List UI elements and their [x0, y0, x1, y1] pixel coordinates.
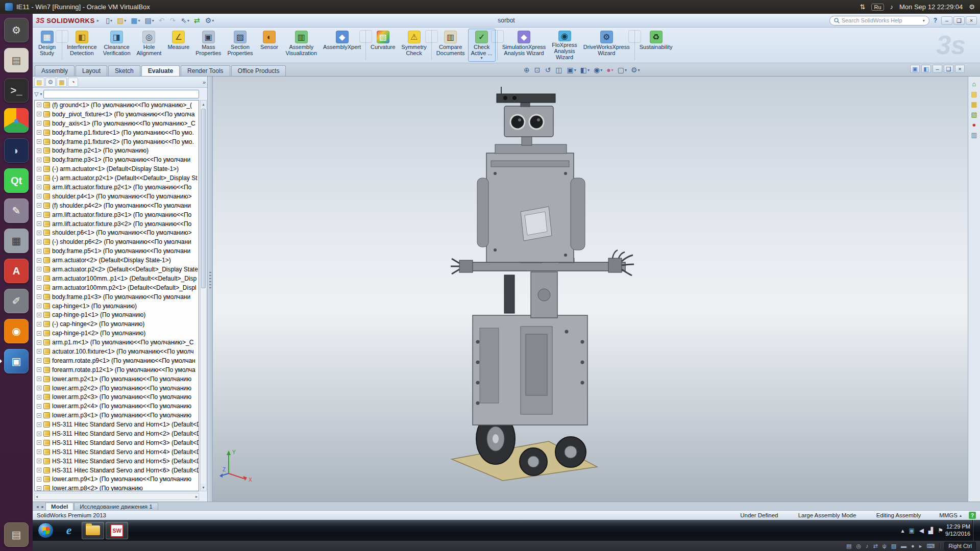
tree-item[interactable]: + (f) ground<1> (По умолчанию<<По умолча… — [35, 101, 199, 110]
dock-a-icon[interactable]: A — [4, 259, 29, 283]
tree-item[interactable]: + body.frame.p3<1> (По умолчанию<<По умо… — [35, 155, 199, 164]
tree-filter-input[interactable] — [43, 90, 199, 98]
tree-item[interactable]: + lower.arm.p2<1> (По умолчанию<<По умол… — [35, 374, 199, 384]
taskbar-clock[interactable]: 12:29 PM 9/12/2016 — [945, 523, 970, 538]
tree-item[interactable]: + arm.actuator<2> (Default<Display State… — [35, 256, 199, 265]
expand-icon[interactable]: + — [37, 349, 41, 354]
view-orientation-icon[interactable]: ▣ ▾ — [567, 66, 576, 74]
tree-item[interactable]: + lower.arm.p2<3> (По умолчанию<<По умол… — [35, 393, 199, 402]
expand-icon[interactable]: + — [37, 121, 41, 126]
ribbon-floxpress[interactable]: ◉ FloXpress Analysis Wizard — [549, 29, 580, 62]
ribbon-separator[interactable] — [365, 30, 366, 60]
dock-blender-icon[interactable]: ◉ — [4, 319, 29, 343]
dock-printer-icon[interactable]: ▤ — [4, 48, 29, 72]
tree-item[interactable]: + shoulder.p4<1> (По умолчанию<<По умолч… — [35, 192, 199, 201]
audio-icon[interactable]: ♪ — [866, 543, 869, 549]
expand-icon[interactable]: + — [37, 267, 41, 271]
expand-icon[interactable]: + — [37, 212, 41, 217]
scrollbar-thumb[interactable] — [201, 109, 206, 288]
tree-item[interactable]: + lower.arm.p9<1> (По умолчанию<<По умол… — [35, 475, 199, 484]
command-tab[interactable]: Office Products — [231, 65, 286, 76]
vbox-tray-icon[interactable]: ▣ — [909, 527, 914, 534]
show-desktop-button[interactable] — [972, 520, 978, 541]
session-menu-icon[interactable]: ⚙ — [969, 3, 975, 11]
command-tab[interactable]: Evaluate — [141, 65, 180, 76]
tree-item[interactable]: + body.frame.p1.fixture<2> (По умолчанию… — [35, 137, 199, 146]
tree-item[interactable]: + (-) arm.actuator.p2<1> (Default<<Defau… — [35, 173, 199, 183]
expand-icon[interactable]: + — [37, 367, 41, 372]
close-button[interactable]: × — [966, 16, 977, 25]
expand-icon[interactable]: + — [37, 304, 41, 308]
ribbon-assembly-visualization[interactable]: ▥ Assembly Visualization — [283, 29, 321, 62]
ribbon-separator[interactable] — [634, 30, 635, 60]
document-tab[interactable]: Исследование движения 1 — [74, 503, 158, 510]
ribbon-simulationxpress[interactable]: ◆ SimulationXpress Analysis Wizard — [499, 29, 549, 62]
expand-icon[interactable]: + — [37, 422, 41, 427]
tree-vertical-scrollbar[interactable]: ▴ ▾ — [200, 100, 207, 491]
ribbon-separator[interactable] — [62, 30, 62, 60]
expand-icon[interactable]: + — [37, 468, 41, 472]
panel-splitter[interactable] — [208, 77, 213, 502]
options-icon[interactable]: ⚙ ▾ — [204, 16, 216, 25]
tree-item[interactable]: + shoulder.p6<1> (По умолчанию<<По умолч… — [35, 228, 199, 237]
expand-icon[interactable]: + — [37, 404, 41, 409]
splitter-grip[interactable] — [209, 272, 211, 289]
command-tab[interactable]: Render Tools — [181, 65, 230, 76]
expand-icon[interactable]: + — [37, 231, 41, 235]
tree-item[interactable]: + arm.actuator.p2<2> (Default<<Default>_… — [35, 265, 199, 274]
scene-icon[interactable]: ▢ ▾ — [618, 66, 627, 74]
display-style-icon[interactable]: ◧ ▾ — [580, 66, 590, 74]
volume-indicator-icon[interactable]: ♪ — [890, 3, 894, 11]
shared-folder-icon[interactable]: ▨ — [891, 543, 896, 549]
robot-model[interactable] — [444, 87, 638, 490]
expand-icon[interactable]: + — [37, 249, 41, 254]
appearances-scenes-icon[interactable]: ● — [972, 121, 976, 128]
expand-icon[interactable]: + — [37, 294, 41, 299]
print-icon[interactable]: ▤ ▾ — [143, 16, 155, 25]
hide-show-icon[interactable]: ◉ ▾ — [594, 66, 602, 74]
tree-item[interactable]: + arm.lift.actuator.fixture.p3<1> (По ум… — [35, 210, 199, 219]
minimize-button[interactable]: – — [941, 16, 952, 25]
host-clock[interactable]: Mon Sep 12 22:29:04 — [899, 3, 963, 11]
expand-icon[interactable]: + — [37, 221, 41, 226]
solidworks-logo[interactable]: 3S SOLIDWORKS ▸ — [36, 16, 99, 24]
keyboard-icon[interactable]: ⌨ — [926, 543, 935, 549]
dock-qt-icon[interactable]: Qt — [4, 168, 29, 193]
appearances-icon[interactable]: ● ▾ — [606, 66, 613, 74]
tree-item[interactable]: + (-) arm.actuator<1> (Default<Display S… — [35, 164, 199, 173]
expand-icon[interactable]: + — [37, 477, 41, 482]
tree-item[interactable]: + body.frame.p2<1> (По умолчанию) — [35, 146, 199, 155]
expand-icon[interactable]: + — [37, 148, 41, 153]
keyboard-layout-indicator[interactable]: Ru — [871, 4, 884, 11]
command-tab[interactable]: Layout — [76, 65, 107, 76]
dock-terminal-icon[interactable]: >_ — [4, 78, 29, 103]
tab-scroll-right-icon[interactable]: ▸ — [40, 504, 46, 510]
tree-item[interactable]: + arm.p1.m<1> (По умолчанию<<По умолчани… — [35, 338, 199, 347]
expand-icon[interactable]: + — [37, 413, 41, 418]
chevron-up-icon[interactable]: ▴ — [960, 513, 962, 518]
configurationmanager-tab-icon[interactable]: ▦ — [57, 78, 67, 87]
scroll-left-icon[interactable]: ◂ — [36, 494, 38, 499]
dock-settings-icon[interactable]: ⚙ — [4, 18, 29, 42]
ribbon-curvature[interactable]: ▧ Curvature — [368, 29, 398, 62]
scroll-right-icon[interactable]: ▸ — [195, 494, 198, 499]
tree-item[interactable]: + lower.arm.p2<4> (По умолчанию<<По умол… — [35, 402, 199, 411]
tree-item[interactable]: + arm.lift.actuator.fixture.p2<1> (По ум… — [35, 183, 199, 192]
doc-minimize-icon[interactable]: – — [933, 65, 942, 73]
ribbon-measure[interactable]: ∠ Measure — [164, 29, 192, 62]
help-search-box[interactable]: ▾ — [829, 16, 929, 26]
expand-icon[interactable]: + — [37, 340, 41, 345]
search-input[interactable] — [842, 17, 921, 23]
tree-item[interactable]: + body.frame.p1.fixture<1> (По умолчанию… — [35, 128, 199, 137]
ribbon-compare-documents[interactable]: ▥ Compare Documents — [433, 29, 468, 62]
select-icon[interactable]: ⇖ ▾ — [179, 16, 191, 25]
tree-item[interactable]: + (f) shoulder.p4<2> (По умолчанию<<По у… — [35, 201, 199, 210]
ribbon-clearance-verification[interactable]: ◨ Clearance Verification — [100, 29, 134, 62]
tree-item[interactable]: + HS-311 Hitec Standard Servo and Horn<6… — [35, 466, 199, 475]
ribbon-interference-detection[interactable]: ◧ Interference Detection — [64, 29, 100, 62]
expand-icon[interactable]: + — [37, 322, 41, 327]
dock-text-editor-icon[interactable]: ✎ — [4, 198, 29, 223]
filter-funnel-icon[interactable]: ▽ — [34, 91, 38, 97]
expand-icon[interactable]: + — [37, 258, 41, 263]
expand-icon[interactable]: + — [37, 386, 41, 390]
